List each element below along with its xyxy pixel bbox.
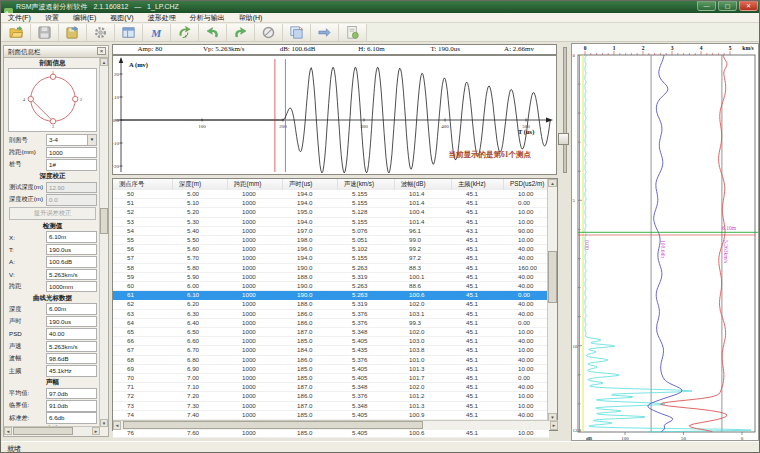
column-header-0[interactable]: 测点序号 [113, 179, 173, 190]
validate-button[interactable] [255, 24, 283, 41]
field-value-amplitude-1[interactable]: 91.0db [46, 400, 97, 412]
save-as-button[interactable] [59, 24, 87, 41]
table-row[interactable]: 595.901000188.05.319100.145.140.00 [113, 273, 549, 282]
depth-profile-panel[interactable]: 012345km/s051012.9100500dB0.00100.6db5.2… [571, 43, 759, 441]
table-row[interactable]: 626.201000188.05.319102.045.140.00 [113, 300, 549, 309]
column-header-4[interactable]: 声速(km/s) [338, 179, 395, 190]
table-hscroll-thumb[interactable] [123, 421, 423, 429]
field-value-detect-0[interactable]: 6.10m [46, 231, 97, 243]
menu-item-1[interactable]: 设置 [38, 13, 66, 22]
table-row[interactable]: 565.601000196.05.10299.245.140.00 [113, 245, 549, 254]
scroll-up-icon[interactable]: ▲ [548, 179, 557, 187]
menu-item-0[interactable]: 文件(F) [1, 13, 38, 22]
table-row[interactable]: 525.201000195.05.128100.445.110.00 [113, 208, 549, 217]
column-header-2[interactable]: 跨距(mm) [228, 179, 283, 190]
scroll-left-icon[interactable]: ◄ [113, 421, 121, 430]
scroll-up-icon[interactable]: ▲ [100, 58, 108, 66]
scroll-left-icon[interactable]: ◄ [4, 427, 12, 435]
refresh-analyze-button[interactable] [171, 24, 199, 41]
table-row[interactable]: 666.601000185.05.405103.045.140.00 [113, 337, 549, 346]
field-value-cursor-0[interactable]: 6.00m [46, 303, 97, 315]
settings-gear-button[interactable] [87, 24, 115, 41]
sidebar-vscroll-thumb[interactable] [100, 208, 108, 234]
table-row[interactable]: 545.401000197.05.07696.143.190.00 [113, 227, 549, 236]
field-value-profile-1[interactable]: 1000 [46, 147, 97, 159]
slider-thumb[interactable] [558, 133, 569, 145]
table-row[interactable]: 535.301000194.05.155101.445.110.00 [113, 218, 549, 227]
copy-window-button[interactable] [283, 24, 311, 41]
column-header-3[interactable]: 声时(us) [283, 179, 338, 190]
field-value-amplitude-0[interactable]: 97.0db [46, 388, 97, 400]
column-header-1[interactable]: 深度(m) [173, 179, 228, 190]
menu-item-4[interactable]: 波形处理 [141, 13, 183, 22]
waveform-panel[interactable]: 20100.0-10-20100200300400500A (mv)T (us)… [112, 55, 557, 175]
sidebar-vscrollbar[interactable]: ▲ ▼ [99, 58, 108, 427]
zoom-mode-button[interactable]: M [143, 24, 171, 41]
dropdown-arrow-icon[interactable]: ▼ [87, 135, 96, 145]
redo-button[interactable] [227, 24, 255, 41]
column-header-6[interactable]: 主频(kHz) [452, 179, 504, 190]
minimize-button[interactable]: — [697, 1, 716, 11]
table-row[interactable]: 646.401000186.05.37699.345.10.00 [113, 319, 549, 328]
scroll-right-icon[interactable]: ► [550, 421, 558, 430]
title-bar[interactable]: RSM声波透射分析软件 2.1.160812 — 1_LP.CHZ —▢✕ [1, 1, 760, 13]
wave-gain-slider[interactable] [558, 47, 569, 173]
sidebar-hscrollbar[interactable]: ◄ ► [4, 426, 100, 436]
table-row[interactable]: 515.101000194.05.155101.445.10.00 [113, 199, 549, 208]
table-row[interactable]: 606.001000190.05.26388.645.140.00 [113, 282, 549, 291]
table-row[interactable]: 676.701000184.05.435103.845.110.00 [113, 346, 549, 355]
field-value-amplitude-2[interactable]: 6.6db [46, 412, 97, 424]
scroll-right-icon[interactable]: ► [92, 427, 100, 435]
table-row[interactable]: 767.601000185.05.405100.645.110.00 [113, 429, 549, 438]
table-row[interactable]: 575.701000194.05.15597.245.140.00 [113, 254, 549, 263]
field-value-detect-2[interactable]: 100.6dB [46, 256, 97, 268]
table-row[interactable]: 717.101000187.05.348102.045.140.00 [113, 383, 549, 392]
save-button[interactable] [31, 24, 59, 41]
column-header-5[interactable]: 波幅(dB) [395, 179, 452, 190]
cell: 5.30 [173, 218, 228, 226]
table-row[interactable]: 707.001000185.05.405101.745.10.00 [113, 374, 549, 383]
field-value-cursor-1[interactable]: 190.0us [46, 316, 97, 328]
table-row[interactable]: 656.501000187.05.348102.045.110.00 [113, 328, 549, 337]
field-value-detect-4[interactable]: 1000mm [46, 281, 97, 293]
menu-item-2[interactable]: 编辑(E) [66, 13, 103, 22]
panel-close-icon[interactable]: × [97, 47, 106, 55]
table-row[interactable]: 636.301000186.05.376103.145.140.00 [113, 310, 549, 319]
menu-item-5[interactable]: 分析与输出 [183, 13, 232, 22]
column-header-7[interactable]: PSD(us2/m) [504, 179, 549, 190]
close-button[interactable]: ✕ [739, 1, 758, 11]
field-value-cursor-3[interactable]: 5.263km/s [46, 341, 97, 353]
field-value-profile-0[interactable]: 3-4▼ [46, 134, 97, 146]
report-button[interactable] [339, 24, 367, 41]
scroll-down-icon[interactable]: ▼ [100, 419, 108, 427]
table-row[interactable]: 505.001000194.05.155101.445.110.00 [113, 190, 549, 199]
menu-item-3[interactable]: 视图(V) [103, 13, 140, 22]
window-layout-button[interactable] [115, 24, 143, 41]
table-row[interactable]: 585.801000190.05.26388.345.1160.00 [113, 264, 549, 273]
table-hscrollbar[interactable]: ◄ ► [113, 420, 558, 430]
open-file-button[interactable] [3, 24, 31, 41]
lift-correction-button[interactable]: 提升误差校正 [9, 207, 96, 220]
field-value-cursor-4[interactable]: 98.6dB [46, 353, 97, 365]
table-row[interactable]: 737.301000187.05.348101.345.110.00 [113, 402, 549, 411]
transfer-button[interactable] [311, 24, 339, 41]
menu-item-6[interactable]: 帮助(H) [232, 13, 270, 22]
sidebar-hscroll-thumb[interactable] [13, 427, 73, 435]
pile-section-diagram[interactable]: 1234 [8, 68, 97, 132]
table-vscrollbar[interactable]: ▲ ▼ [547, 179, 557, 421]
field-value-detect-3[interactable]: 5.263km/s [46, 269, 97, 281]
table-row[interactable]: 696.901000185.05.405101.345.110.00 [113, 365, 549, 374]
table-row-selected[interactable]: 616.101000190.05.263100.645.10.00 [113, 291, 549, 300]
maximize-button[interactable]: ▢ [718, 1, 737, 11]
table-row[interactable]: 686.801000186.05.376101.045.140.00 [113, 356, 549, 365]
field-value-cursor-5[interactable]: 45.1kHz [46, 365, 97, 377]
field-value-detect-1[interactable]: 190.0us [46, 244, 97, 256]
table-row[interactable]: 747.401000185.05.405100.945.140.00 [113, 411, 549, 420]
undo-button[interactable] [199, 24, 227, 41]
cell: 101.7 [395, 374, 452, 382]
table-row[interactable]: 555.501000198.05.05199.045.110.00 [113, 236, 549, 245]
table-row[interactable]: 727.201000186.05.376101.245.110.00 [113, 392, 549, 401]
field-value-profile-2[interactable]: 1# [46, 159, 97, 171]
table-vscroll-thumb[interactable] [548, 251, 557, 303]
field-value-cursor-2[interactable]: 40.00 [46, 328, 97, 340]
